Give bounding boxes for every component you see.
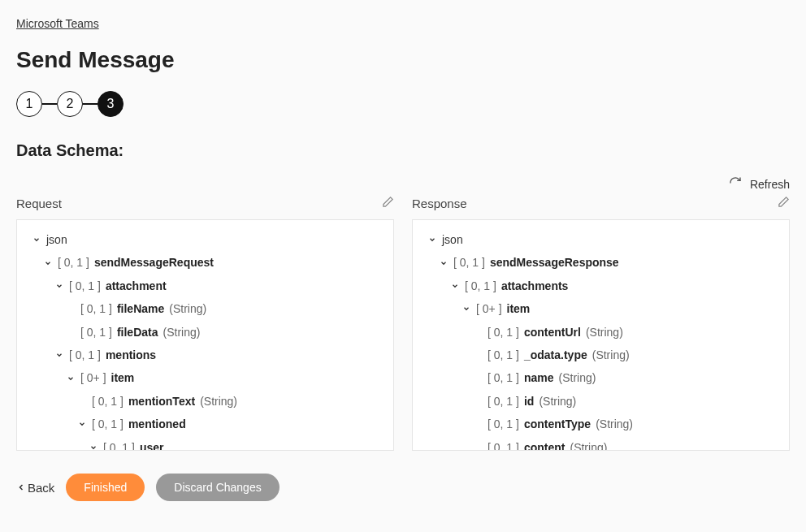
tree-card: [ 0+ ] [476, 300, 502, 318]
stepper: 1 2 3 [16, 91, 790, 117]
tree-card: [ 0, 1 ] [80, 300, 112, 318]
chevron-left-icon [16, 481, 26, 495]
tree-row[interactable]: [ 0, 1 ] content (String) [427, 436, 774, 451]
tree-row[interactable]: [ 0+ ] item [427, 297, 774, 320]
step-line [83, 103, 98, 105]
tree-row[interactable]: [ 0, 1 ] fileName (String) [32, 297, 379, 320]
tree-card: [ 0+ ] [80, 369, 106, 387]
chevron-down-icon[interactable] [427, 236, 437, 244]
tree-field: attachments [501, 277, 568, 295]
tree-field: attachment [106, 277, 167, 295]
tree-field: content [524, 439, 566, 451]
tree-card: [ 0, 1 ] [488, 439, 519, 451]
section-title: Data Schema: [16, 141, 790, 160]
breadcrumb[interactable]: Microsoft Teams [16, 17, 99, 30]
step-line [42, 103, 57, 105]
pencil-icon[interactable] [382, 196, 394, 211]
refresh-label[interactable]: Refresh [750, 178, 790, 191]
chevron-down-icon[interactable] [462, 305, 471, 313]
tree-type: (String) [596, 415, 633, 433]
step-1[interactable]: 1 [16, 91, 42, 117]
tree-row[interactable]: [ 0, 1 ] contentType (String) [427, 413, 774, 435]
chevron-down-icon[interactable] [89, 443, 98, 451]
tree-row[interactable]: [ 0, 1 ] id (String) [427, 390, 774, 413]
tree-card: [ 0, 1 ] [92, 392, 124, 410]
tree-field: name [524, 369, 554, 387]
request-title: Request [16, 197, 62, 210]
tree-root: json [442, 231, 463, 249]
tree-row[interactable]: json [427, 228, 774, 251]
tree-field: item [111, 369, 135, 387]
tree-field: _odata.type [524, 346, 587, 364]
tree-row[interactable]: [ 0, 1 ] _odata.type (String) [427, 344, 774, 366]
tree-card: [ 0, 1 ] [69, 346, 101, 364]
chevron-down-icon[interactable] [66, 374, 76, 383]
response-title: Response [412, 197, 467, 210]
tree-card: [ 0, 1 ] [69, 277, 101, 295]
tree-field: contentUrl [524, 323, 581, 341]
back-label: Back [28, 481, 54, 495]
pencil-icon[interactable] [778, 196, 790, 211]
request-column: Request json [ 0, 1 ] sendMessageRequest… [16, 196, 394, 451]
tree-card: [ 0, 1 ] [453, 253, 485, 271]
discard-button[interactable]: Discard Changes [156, 474, 279, 501]
chevron-down-icon[interactable] [54, 282, 64, 290]
tree-field: sendMessageRequest [94, 253, 214, 271]
refresh-icon[interactable] [729, 176, 742, 192]
tree-type: (String) [539, 392, 576, 410]
tree-row[interactable]: [ 0+ ] item [32, 366, 379, 389]
tree-row[interactable]: [ 0, 1 ] user [32, 436, 379, 451]
tree-row[interactable]: [ 0, 1 ] attachment [32, 275, 379, 297]
response-tree: json [ 0, 1 ] sendMessageResponse [ 0, 1… [412, 219, 790, 451]
tree-row[interactable]: json [32, 228, 379, 251]
step-2[interactable]: 2 [57, 91, 83, 117]
tree-type: (String) [163, 323, 201, 341]
tree-type: (String) [200, 392, 237, 410]
step-3[interactable]: 3 [98, 91, 124, 117]
tree-type: (String) [592, 346, 630, 364]
request-tree: json [ 0, 1 ] sendMessageRequest [ 0, 1 … [16, 219, 394, 451]
chevron-down-icon[interactable] [43, 259, 53, 267]
tree-card: [ 0, 1 ] [103, 439, 135, 451]
chevron-down-icon[interactable] [77, 420, 87, 428]
tree-row[interactable]: [ 0, 1 ] contentUrl (String) [427, 321, 774, 344]
tree-row[interactable]: [ 0, 1 ] sendMessageResponse [427, 251, 774, 274]
tree-row[interactable]: [ 0, 1 ] mentions [32, 344, 379, 366]
tree-field: mentionText [128, 392, 195, 410]
tree-type: (String) [570, 439, 607, 451]
tree-card: [ 0, 1 ] [58, 253, 89, 271]
tree-card: [ 0, 1 ] [465, 277, 496, 295]
tree-field: mentions [106, 346, 156, 364]
tree-field: fileName [117, 300, 164, 318]
back-button[interactable]: Back [16, 481, 54, 495]
tree-field: item [507, 300, 531, 318]
tree-card: [ 0, 1 ] [80, 323, 112, 341]
tree-card: [ 0, 1 ] [92, 415, 124, 433]
tree-row[interactable]: [ 0, 1 ] attachments [427, 275, 774, 297]
tree-field: contentType [524, 415, 591, 433]
tree-card: [ 0, 1 ] [488, 323, 519, 341]
tree-card: [ 0, 1 ] [488, 346, 519, 364]
tree-field: id [524, 392, 534, 410]
chevron-down-icon[interactable] [32, 236, 41, 244]
tree-type: (String) [169, 300, 206, 318]
tree-row[interactable]: [ 0, 1 ] fileData (String) [32, 321, 379, 344]
chevron-down-icon[interactable] [439, 259, 448, 267]
tree-type: (String) [559, 369, 596, 387]
tree-field: user [140, 439, 164, 451]
chevron-down-icon[interactable] [54, 351, 64, 359]
tree-row[interactable]: [ 0, 1 ] mentionText (String) [32, 390, 379, 413]
tree-row[interactable]: [ 0, 1 ] sendMessageRequest [32, 251, 379, 274]
tree-field: sendMessageResponse [490, 253, 619, 271]
tree-row[interactable]: [ 0, 1 ] name (String) [427, 366, 774, 389]
chevron-down-icon[interactable] [450, 282, 460, 290]
tree-type: (String) [586, 323, 623, 341]
finished-button[interactable]: Finished [66, 474, 145, 501]
tree-field: mentioned [128, 415, 186, 433]
tree-row[interactable]: [ 0, 1 ] mentioned [32, 413, 379, 435]
tree-root: json [46, 231, 67, 249]
tree-field: fileData [117, 323, 158, 341]
tree-card: [ 0, 1 ] [488, 392, 519, 410]
page-title: Send Message [16, 47, 790, 73]
tree-card: [ 0, 1 ] [488, 369, 519, 387]
